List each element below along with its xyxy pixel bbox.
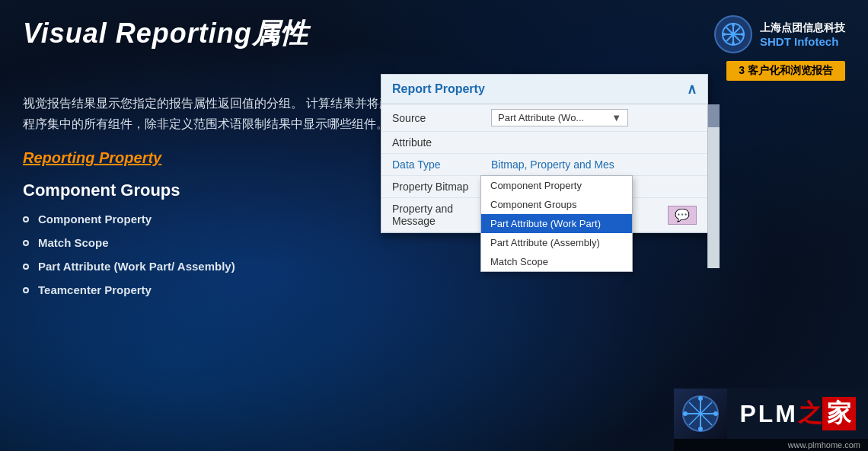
company-cn: 上海点团信息科技 — [760, 21, 845, 35]
logo-badge: 上海点团信息科技 SHDT Infotech — [714, 15, 845, 53]
dropdown-item-4[interactable]: Part Attribute (Assembly) — [481, 233, 632, 252]
source-row: Source Part Attribute (Wo... ▼ — [381, 104, 707, 132]
company-en: SHDT Infotech — [760, 35, 838, 48]
dropdown-arrow-icon: ▼ — [611, 112, 621, 123]
list-item: Match Scope — [23, 236, 373, 249]
list-item: Teamcenter Property — [23, 283, 373, 296]
list-item-label: Component Property — [38, 213, 152, 226]
property-message-button[interactable]: 💬 — [668, 206, 697, 225]
bullet-icon — [23, 264, 29, 270]
datatype-label: Data Type — [392, 158, 491, 171]
list-item-label: Teamcenter Property — [38, 283, 152, 296]
svg-point-8 — [741, 33, 744, 36]
svg-point-7 — [723, 33, 726, 36]
list-item-label: Match Scope — [38, 236, 109, 249]
list-item: Part Attribute (Work Part/ Assembly) — [23, 260, 373, 273]
scrollbar[interactable] — [707, 104, 720, 268]
list-item: Component Property — [23, 213, 373, 226]
attribute-label: Attribute — [392, 136, 491, 149]
dropdown-item-3[interactable]: Part Attribute (Work Part) — [481, 214, 632, 233]
svg-point-5 — [732, 24, 735, 27]
dropdown-item-5[interactable]: Match Scope — [481, 252, 632, 271]
chapter-badge: 3 客户化和浏览报告 — [726, 61, 845, 81]
plm-text-area: PLM 之 家 — [727, 389, 868, 439]
url-label: www.plmhome.com — [674, 439, 868, 451]
zhi-label: 之 — [798, 397, 822, 430]
property-message-label: Property and Message — [392, 203, 491, 227]
snowflake-icon — [721, 22, 745, 46]
source-value: Part Attribute (Wo... — [498, 112, 584, 123]
header: Visual Reporting属性 — [23, 15, 845, 81]
watermark: PLM 之 家 www.plmhome.com — [674, 389, 868, 451]
panel-header: Report Property ∧ — [381, 75, 707, 104]
page-title: Visual Reporting属性 — [23, 15, 308, 53]
bullet-icon — [23, 240, 29, 246]
collapse-icon[interactable]: ∧ — [687, 81, 697, 98]
svg-point-17 — [713, 411, 718, 416]
source-label: Source — [392, 112, 491, 124]
group-title: Component Groups — [23, 181, 373, 200]
dropdown-item-1[interactable]: Component Property — [481, 176, 632, 195]
main-layout: Component Groups Component Property Matc… — [23, 181, 845, 307]
plm-logo-icon — [681, 395, 720, 433]
panel-header-title: Report Property — [392, 82, 485, 96]
svg-point-16 — [683, 411, 688, 416]
bullet-icon — [23, 287, 29, 293]
left-panel: Component Groups Component Property Matc… — [23, 181, 373, 307]
bullet-icon — [23, 216, 29, 222]
list-item-label: Part Attribute (Work Part/ Assembly) — [38, 260, 235, 273]
source-dropdown[interactable]: Component Property Component Groups Part… — [480, 175, 633, 272]
svg-point-6 — [732, 42, 735, 45]
list-items: Component Property Match Scope Part Attr… — [23, 213, 373, 296]
source-select[interactable]: Part Attribute (Wo... ▼ — [491, 109, 628, 126]
scroll-thumb[interactable] — [708, 104, 720, 127]
jia-label: 家 — [822, 397, 856, 430]
attribute-row: Attribute — [381, 132, 707, 154]
logo-area: 上海点团信息科技 SHDT Infotech 3 客户化和浏览报告 — [714, 15, 845, 81]
logo-icon — [714, 15, 752, 53]
report-panel: Report Property ∧ Source Part Attribute … — [381, 74, 708, 233]
logo-text: 上海点团信息科技 SHDT Infotech — [760, 21, 845, 48]
svg-point-14 — [698, 396, 703, 401]
property-bitmap-label: Property Bitmap — [392, 181, 491, 193]
watermark-logo-bg — [674, 389, 727, 439]
datatype-row: Data Type Bitmap, Property and Mes Compo… — [381, 154, 707, 176]
svg-point-15 — [698, 427, 703, 431]
plm-label: PLM — [739, 400, 798, 428]
dropdown-item-2[interactable]: Component Groups — [481, 195, 632, 214]
watermark-main: PLM 之 家 — [674, 389, 868, 439]
datatype-value: Bitmap, Property and Mes — [491, 158, 614, 171]
right-panel: Report Property ∧ Source Part Attribute … — [373, 181, 845, 307]
